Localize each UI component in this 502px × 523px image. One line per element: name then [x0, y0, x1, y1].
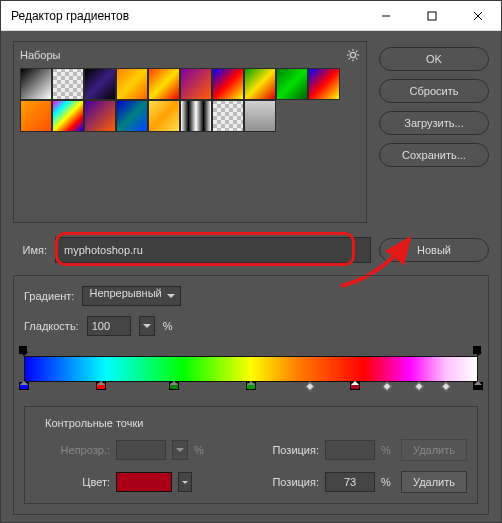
preset-swatch[interactable] — [180, 68, 212, 100]
preset-swatch[interactable] — [244, 68, 276, 100]
opacity-unit: % — [194, 444, 208, 456]
midpoint[interactable] — [414, 382, 424, 392]
color-label: Цвет: — [35, 476, 110, 488]
midpoint[interactable] — [441, 382, 451, 392]
presets-panel: Наборы — [13, 41, 367, 223]
preset-swatch[interactable] — [52, 100, 84, 132]
preset-swatch[interactable] — [308, 68, 340, 100]
midpoint[interactable] — [305, 382, 315, 392]
gear-icon[interactable] — [346, 48, 360, 62]
opacity-stop[interactable] — [19, 346, 29, 356]
gradient-type-select[interactable]: Непрерывный — [82, 286, 180, 306]
name-input[interactable] — [55, 237, 371, 263]
preset-swatch[interactable] — [20, 68, 52, 100]
control-points-panel: Контрольные точки Непрозр.: % Позиция: %… — [24, 406, 478, 504]
opacity-stop[interactable] — [473, 346, 483, 356]
window-title: Редактор градиентов — [11, 9, 363, 23]
load-button[interactable]: Загрузить... — [379, 111, 489, 135]
color-stop[interactable] — [350, 382, 360, 392]
preset-swatch[interactable] — [212, 100, 244, 132]
preset-swatch[interactable] — [84, 68, 116, 100]
opacity-position-input — [325, 440, 375, 460]
reset-button[interactable]: Сбросить — [379, 79, 489, 103]
opacity-delete-button: Удалить — [401, 439, 467, 461]
preset-swatches — [20, 68, 340, 132]
presets-label: Наборы — [20, 49, 61, 61]
svg-line-10 — [356, 58, 357, 59]
color-position-label: Позиция: — [259, 476, 319, 488]
minimize-button[interactable] — [363, 1, 409, 30]
opacity-position-unit: % — [381, 444, 395, 456]
close-button[interactable] — [455, 1, 501, 30]
color-stop[interactable] — [96, 382, 106, 392]
preset-swatch[interactable] — [148, 100, 180, 132]
preset-swatch[interactable] — [116, 68, 148, 100]
preset-swatch[interactable] — [20, 100, 52, 132]
color-position-unit: % — [381, 476, 395, 488]
preset-swatch[interactable] — [276, 68, 308, 100]
preset-swatch[interactable] — [84, 100, 116, 132]
maximize-button[interactable] — [409, 1, 455, 30]
svg-line-11 — [349, 58, 350, 59]
smoothness-input[interactable] — [87, 316, 131, 336]
opacity-label: Непрозр.: — [35, 444, 110, 456]
color-stop[interactable] — [169, 382, 179, 392]
smoothness-label: Гладкость: — [24, 320, 79, 332]
smoothness-unit: % — [163, 320, 173, 332]
color-stop[interactable] — [473, 382, 483, 392]
svg-line-12 — [356, 51, 357, 52]
color-stop[interactable] — [246, 382, 256, 392]
preset-swatch[interactable] — [212, 68, 244, 100]
name-label: Имя: — [13, 244, 47, 256]
preset-swatch[interactable] — [244, 100, 276, 132]
control-points-title: Контрольные точки — [41, 417, 147, 429]
color-dropdown[interactable] — [178, 472, 192, 492]
opacity-dropdown — [172, 440, 188, 460]
window-controls — [363, 1, 501, 30]
svg-point-4 — [350, 52, 355, 57]
color-delete-button[interactable]: Удалить — [401, 471, 467, 493]
gradient-editor-window: Редактор градиентов Наборы OK Сбросить З — [0, 0, 502, 523]
midpoint[interactable] — [382, 382, 392, 392]
titlebar: Редактор градиентов — [1, 1, 501, 31]
color-swatch[interactable] — [116, 472, 172, 492]
opacity-stops-track[interactable] — [24, 346, 478, 356]
color-stops-track[interactable] — [24, 382, 478, 392]
smoothness-dropdown[interactable] — [139, 316, 155, 336]
ok-button[interactable]: OK — [379, 47, 489, 71]
svg-line-9 — [349, 51, 350, 52]
preset-swatch[interactable] — [52, 68, 84, 100]
preset-swatch[interactable] — [180, 100, 212, 132]
preset-swatch[interactable] — [148, 68, 180, 100]
save-button[interactable]: Сохранить... — [379, 143, 489, 167]
color-position-input[interactable] — [325, 472, 375, 492]
gradient-type-label: Градиент: — [24, 290, 74, 302]
opacity-input — [116, 440, 166, 460]
new-button[interactable]: Новый — [379, 238, 489, 262]
color-stop[interactable] — [19, 382, 29, 392]
preset-swatch[interactable] — [116, 100, 148, 132]
gradient-section: Градиент: Непрерывный Гладкость: % Контр… — [13, 275, 489, 515]
opacity-position-label: Позиция: — [259, 444, 319, 456]
svg-rect-1 — [428, 12, 436, 20]
